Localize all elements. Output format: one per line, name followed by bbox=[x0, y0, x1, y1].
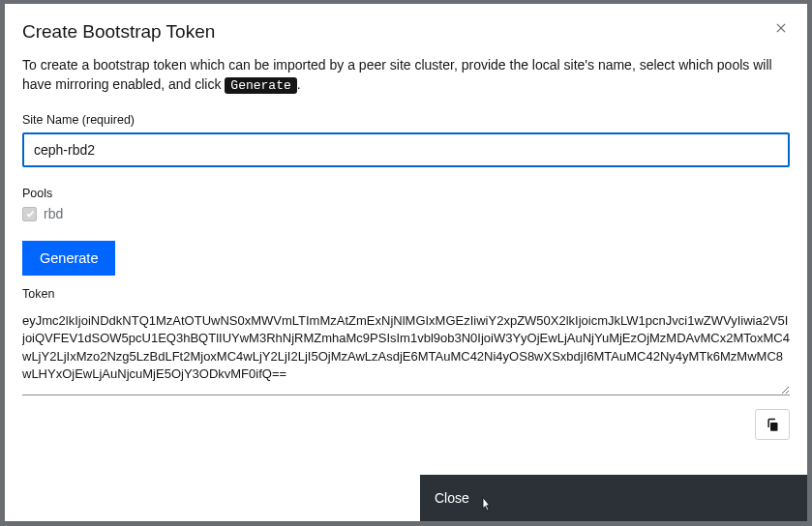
pool-item: rbd bbox=[22, 206, 790, 221]
modal-header: Create Bootstrap Token To create a boots… bbox=[5, 4, 807, 113]
token-textarea[interactable] bbox=[22, 308, 790, 395]
cursor-icon bbox=[478, 496, 494, 513]
copy-icon bbox=[766, 418, 780, 432]
pools-section: Pools rbd bbox=[22, 187, 790, 221]
pool-checkbox-rbd bbox=[22, 207, 37, 221]
modal-body: Site Name (required) Pools rbd Generate … bbox=[5, 113, 807, 475]
copy-row bbox=[22, 409, 790, 440]
description-text-before: To create a bootstrap token which can be… bbox=[22, 57, 772, 92]
modal-description: To create a bootstrap token which can be… bbox=[22, 55, 790, 96]
generate-button[interactable]: Generate bbox=[22, 241, 115, 276]
generate-code-pill: Generate bbox=[225, 77, 296, 94]
site-name-label: Site Name (required) bbox=[22, 113, 790, 127]
close-button[interactable]: Close bbox=[420, 475, 807, 521]
modal-footer: Close bbox=[5, 475, 807, 521]
site-name-input[interactable] bbox=[22, 132, 790, 167]
close-button-label: Close bbox=[435, 490, 469, 506]
token-label: Token bbox=[22, 287, 790, 301]
copy-button[interactable] bbox=[755, 409, 790, 440]
close-icon[interactable] bbox=[774, 21, 790, 37]
check-icon bbox=[25, 209, 35, 219]
modal-title: Create Bootstrap Token bbox=[22, 21, 790, 43]
pools-label: Pools bbox=[22, 187, 790, 200]
svg-rect-2 bbox=[770, 423, 778, 431]
create-bootstrap-token-modal: Create Bootstrap Token To create a boots… bbox=[5, 4, 807, 521]
description-text-after: . bbox=[297, 76, 301, 92]
pool-label: rbd bbox=[44, 206, 63, 221]
